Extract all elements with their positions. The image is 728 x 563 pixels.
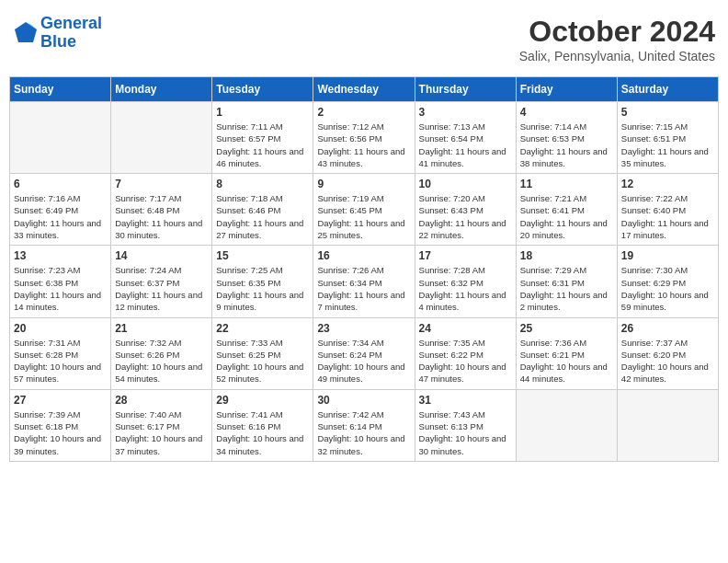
calendar-cell: 27Sunrise: 7:39 AM Sunset: 6:18 PM Dayli… [10,389,111,461]
month-year: October 2024 [519,15,715,49]
day-info: Sunrise: 7:11 AM Sunset: 6:57 PM Dayligh… [216,121,309,169]
calendar-cell: 15Sunrise: 7:25 AM Sunset: 6:35 PM Dayli… [212,246,313,317]
week-row-3: 13Sunrise: 7:23 AM Sunset: 6:38 PM Dayli… [10,246,719,317]
day-number: 4 [520,106,613,119]
calendar-cell: 30Sunrise: 7:42 AM Sunset: 6:14 PM Dayli… [313,389,415,461]
day-number: 25 [520,322,613,335]
logo-text: General Blue [40,15,102,52]
day-number: 18 [520,249,613,262]
calendar-cell [516,389,617,461]
day-number: 17 [419,249,512,262]
day-number: 26 [621,322,714,335]
calendar-cell [617,389,718,461]
day-info: Sunrise: 7:29 AM Sunset: 6:31 PM Dayligh… [520,264,613,313]
day-info: Sunrise: 7:37 AM Sunset: 6:20 PM Dayligh… [621,337,714,385]
week-row-1: 1Sunrise: 7:11 AM Sunset: 6:57 PM Daylig… [10,102,719,174]
day-info: Sunrise: 7:12 AM Sunset: 6:56 PM Dayligh… [317,121,410,169]
weekday-header-wednesday: Wednesday [313,77,415,102]
calendar-cell: 12Sunrise: 7:22 AM Sunset: 6:40 PM Dayli… [617,174,718,246]
day-number: 29 [216,394,309,407]
week-row-4: 20Sunrise: 7:31 AM Sunset: 6:28 PM Dayli… [10,317,719,389]
day-number: 31 [419,394,512,407]
day-number: 22 [216,322,309,335]
calendar-cell: 21Sunrise: 7:32 AM Sunset: 6:26 PM Dayli… [111,317,212,389]
day-number: 30 [317,394,410,407]
day-number: 14 [115,249,208,262]
calendar-cell: 14Sunrise: 7:24 AM Sunset: 6:37 PM Dayli… [111,246,212,317]
calendar-cell: 7Sunrise: 7:17 AM Sunset: 6:48 PM Daylig… [111,174,212,246]
day-info: Sunrise: 7:25 AM Sunset: 6:35 PM Dayligh… [216,264,309,313]
calendar-cell: 6Sunrise: 7:16 AM Sunset: 6:49 PM Daylig… [10,174,111,246]
calendar-table: SundayMondayTuesdayWednesdayThursdayFrid… [9,76,719,462]
day-number: 16 [317,249,410,262]
day-number: 1 [216,106,309,119]
calendar-cell [10,102,111,174]
title-block: October 2024 Salix, Pennsylvania, United… [519,15,715,63]
day-number: 2 [317,106,410,119]
day-info: Sunrise: 7:33 AM Sunset: 6:25 PM Dayligh… [216,337,309,385]
day-info: Sunrise: 7:34 AM Sunset: 6:24 PM Dayligh… [317,337,410,385]
day-info: Sunrise: 7:35 AM Sunset: 6:22 PM Dayligh… [419,337,512,385]
day-info: Sunrise: 7:30 AM Sunset: 6:29 PM Dayligh… [621,264,714,313]
day-info: Sunrise: 7:32 AM Sunset: 6:26 PM Dayligh… [115,337,208,385]
day-info: Sunrise: 7:43 AM Sunset: 6:13 PM Dayligh… [419,408,512,457]
calendar-cell: 18Sunrise: 7:29 AM Sunset: 6:31 PM Dayli… [516,246,617,317]
weekday-header-row: SundayMondayTuesdayWednesdayThursdayFrid… [10,77,719,102]
day-number: 20 [14,322,107,335]
calendar-cell: 26Sunrise: 7:37 AM Sunset: 6:20 PM Dayli… [617,317,718,389]
calendar-cell: 25Sunrise: 7:36 AM Sunset: 6:21 PM Dayli… [516,317,617,389]
calendar-cell: 24Sunrise: 7:35 AM Sunset: 6:22 PM Dayli… [415,317,516,389]
day-number: 23 [317,322,410,335]
day-number: 10 [419,178,512,190]
location: Salix, Pennsylvania, United States [519,49,715,63]
day-number: 12 [621,178,714,190]
day-info: Sunrise: 7:42 AM Sunset: 6:14 PM Dayligh… [317,408,410,457]
day-number: 27 [14,394,107,407]
calendar-cell: 20Sunrise: 7:31 AM Sunset: 6:28 PM Dayli… [10,317,111,389]
calendar-cell: 10Sunrise: 7:20 AM Sunset: 6:43 PM Dayli… [415,174,516,246]
day-info: Sunrise: 7:20 AM Sunset: 6:43 PM Dayligh… [419,192,512,241]
day-info: Sunrise: 7:14 AM Sunset: 6:53 PM Dayligh… [520,121,613,169]
day-number: 24 [419,322,512,335]
calendar-cell: 11Sunrise: 7:21 AM Sunset: 6:41 PM Dayli… [516,174,617,246]
day-number: 3 [419,106,512,119]
day-number: 28 [115,394,208,407]
calendar-cell [111,102,212,174]
day-info: Sunrise: 7:19 AM Sunset: 6:45 PM Dayligh… [317,192,410,241]
day-info: Sunrise: 7:23 AM Sunset: 6:38 PM Dayligh… [14,264,107,313]
calendar-cell: 4Sunrise: 7:14 AM Sunset: 6:53 PM Daylig… [516,102,617,174]
day-info: Sunrise: 7:13 AM Sunset: 6:54 PM Dayligh… [419,121,512,169]
weekday-header-friday: Friday [516,77,617,102]
day-info: Sunrise: 7:18 AM Sunset: 6:46 PM Dayligh… [216,192,309,241]
calendar-cell: 9Sunrise: 7:19 AM Sunset: 6:45 PM Daylig… [313,174,415,246]
page-header: General Blue October 2024 Salix, Pennsyl… [9,9,719,69]
day-info: Sunrise: 7:36 AM Sunset: 6:21 PM Dayligh… [520,337,613,385]
day-number: 11 [520,178,613,190]
calendar-cell: 16Sunrise: 7:26 AM Sunset: 6:34 PM Dayli… [313,246,415,317]
calendar-cell: 5Sunrise: 7:15 AM Sunset: 6:51 PM Daylig… [617,102,718,174]
day-number: 21 [115,322,208,335]
day-number: 6 [14,178,107,190]
day-info: Sunrise: 7:21 AM Sunset: 6:41 PM Dayligh… [520,192,613,241]
day-number: 19 [621,249,714,262]
day-number: 9 [317,178,410,190]
day-info: Sunrise: 7:39 AM Sunset: 6:18 PM Dayligh… [14,408,107,457]
logo: General Blue [13,15,102,52]
calendar-cell: 17Sunrise: 7:28 AM Sunset: 6:32 PM Dayli… [415,246,516,317]
day-info: Sunrise: 7:17 AM Sunset: 6:48 PM Dayligh… [115,192,208,241]
weekday-header-monday: Monday [111,77,212,102]
svg-marker-0 [15,22,37,42]
weekday-header-sunday: Sunday [10,77,111,102]
day-info: Sunrise: 7:24 AM Sunset: 6:37 PM Dayligh… [115,264,208,313]
day-info: Sunrise: 7:40 AM Sunset: 6:17 PM Dayligh… [115,408,208,457]
calendar-cell: 2Sunrise: 7:12 AM Sunset: 6:56 PM Daylig… [313,102,415,174]
day-info: Sunrise: 7:41 AM Sunset: 6:16 PM Dayligh… [216,408,309,457]
day-number: 8 [216,178,309,190]
calendar-cell: 19Sunrise: 7:30 AM Sunset: 6:29 PM Dayli… [617,246,718,317]
weekday-header-saturday: Saturday [617,77,718,102]
day-number: 7 [115,178,208,190]
day-info: Sunrise: 7:28 AM Sunset: 6:32 PM Dayligh… [419,264,512,313]
day-info: Sunrise: 7:22 AM Sunset: 6:40 PM Dayligh… [621,192,714,241]
calendar-cell: 28Sunrise: 7:40 AM Sunset: 6:17 PM Dayli… [111,389,212,461]
day-info: Sunrise: 7:16 AM Sunset: 6:49 PM Dayligh… [14,192,107,241]
